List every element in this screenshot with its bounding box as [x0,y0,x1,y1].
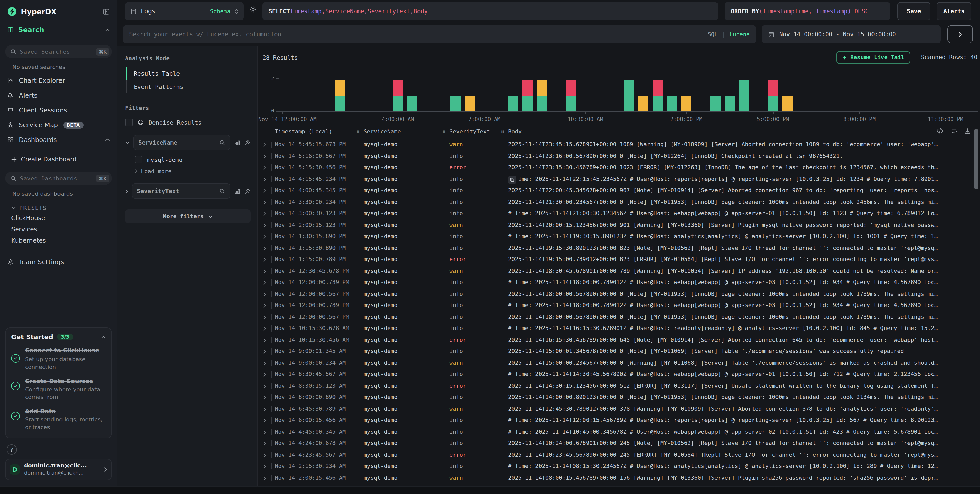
create-dashboard-button[interactable]: Create Dashboard [0,153,117,166]
date-range-picker[interactable]: Nov 14 00:00:00 - Nov 15 00:00:00 [762,25,941,43]
preset-item-clickhouse[interactable]: ClickHouse [0,212,117,224]
histogram-bar-6-00-am[interactable] [450,96,461,112]
select-columns-input[interactable]: SELECT Timestamp,ServiceName,SeverityTex… [262,2,718,21]
get-started-step[interactable]: Connect to ClickHouse Set up your databa… [11,347,106,371]
expand-row-icon[interactable] [263,449,266,454]
table-row[interactable]: Nov 14 1:30:15.890 PM mysql-demo info # … [258,231,975,242]
sidebar-item-search[interactable]: Search [0,21,117,39]
histogram-bar-12-00-pm[interactable] [624,80,634,112]
table-row[interactable]: Nov 14 8:00:00.890 AM mysql-demo info 20… [258,392,975,403]
table-row[interactable]: Nov 14 2:00:15.123 PM mysql-demo warn 20… [258,220,975,231]
text-wrap-icon[interactable] [950,128,958,134]
table-row[interactable]: Nov 14 4:24:00.678 AM mysql-demo info 20… [258,438,975,449]
query-settings-gear-icon[interactable] [249,6,257,13]
expand-row-icon[interactable] [263,415,266,419]
table-row[interactable]: Nov 14 6:00:15.456 AM mysql-demo info # … [258,415,975,426]
table-row[interactable]: Nov 14 10:15:30.456 AM mysql-demo error … [258,335,975,346]
expand-row-icon[interactable] [263,369,266,373]
sidebar-item-chart-explorer[interactable]: Chart Explorer [0,73,117,88]
table-row[interactable]: Nov 14 12:30:45.678 PM mysql-demo warn 2… [258,265,975,277]
table-row[interactable]: Nov 14 12:00:00.567 PM mysql-demo info 2… [258,311,975,323]
resume-live-tail-button[interactable]: Resume Live Tail [837,51,910,64]
expand-row-icon[interactable] [263,472,266,477]
expand-row-icon[interactable] [263,254,266,258]
table-row[interactable]: Nov 14 2:15:30.234 AM mysql-demo info # … [258,461,975,472]
column-header-body[interactable]: Body [508,128,522,135]
expand-row-icon[interactable] [263,392,266,397]
preset-item-services[interactable]: Services [0,224,117,235]
table-row[interactable]: Nov 14 3:30:00.234 PM mysql-demo info 20… [258,196,975,208]
table-row[interactable]: Nov 14 12:00:00.567 PM mysql-demo info 2… [258,288,975,300]
expand-row-icon[interactable] [263,162,266,167]
histogram-bar-8-00-am[interactable] [508,96,519,112]
get-started-step[interactable]: Add Data Start sending logs, metrics, or… [11,408,106,432]
bar-chart-icon[interactable] [234,188,240,194]
expand-row-icon[interactable] [263,403,266,408]
chevron-up-icon[interactable] [105,28,110,32]
servicename-search-box[interactable]: ServiceName [133,135,230,150]
expand-row-icon[interactable] [263,185,266,190]
sidebar-item-service-map[interactable]: Service Map BETA [0,118,117,132]
user-menu[interactable]: D dominic.tran@clic... dominic.tran@clic… [5,459,112,480]
expand-row-icon[interactable] [263,288,266,293]
histogram-bar-5-30-pm[interactable] [783,96,792,112]
get-started-header[interactable]: Get Started 3/3 [11,333,106,341]
chevron-up-icon[interactable] [101,336,106,339]
histogram-bar-9-00-am[interactable] [537,80,547,112]
sidebar-item-client-sessions[interactable]: Client Sessions [0,103,117,118]
expand-row-icon[interactable] [263,335,266,339]
table-row[interactable]: Nov 14 4:45:00.345 AM mysql-demo info # … [258,426,975,438]
expand-row-icon[interactable] [263,300,266,304]
sql-toggle[interactable]: SQL [708,31,718,38]
more-filters-button[interactable]: More filters [125,209,251,223]
pin-icon[interactable] [244,139,251,146]
lucene-toggle[interactable]: Lucene [730,31,750,38]
histogram-bar-4-00-pm[interactable] [739,80,749,112]
histogram-bar-8-30-am[interactable] [523,80,533,112]
denoise-checkbox[interactable] [125,118,133,126]
table-row[interactable]: Nov 14 8:30:15.123 AM mysql-demo error 2… [258,380,975,392]
table-row[interactable]: Nov 14 4:00:45.345 PM mysql-demo info 20… [258,185,975,196]
histogram-bar-12-30-pm[interactable] [638,96,648,112]
severitytext-search-box[interactable]: SeverityText [132,183,230,199]
table-row[interactable]: Nov 14 9:00:01.345 AM mysql-demo info 20… [258,346,975,357]
drag-handle-icon[interactable]: ⠿ [356,129,360,134]
load-more-button[interactable]: Load more [135,168,251,175]
pin-icon[interactable] [244,188,251,194]
histogram-bar-10-00-am[interactable] [566,80,576,112]
drag-handle-icon[interactable]: ⠿ [501,129,504,134]
download-icon[interactable] [964,128,971,134]
preset-item-kubernetes[interactable]: Kubernetes [0,235,117,246]
expand-row-icon[interactable] [263,346,266,351]
table-row[interactable]: Nov 14 1:15:00.789 PM mysql-demo error 2… [258,254,975,265]
analysis-mode-results-table[interactable]: Results Table [126,67,251,80]
run-query-button[interactable] [947,25,973,43]
copy-body-button[interactable] [508,175,516,184]
expand-row-icon[interactable] [263,426,266,431]
expand-row-icon[interactable] [263,174,266,178]
table-row[interactable]: Nov 14 12:00:00.789 PM mysql-demo info #… [258,300,975,311]
expand-row-icon[interactable] [263,150,266,155]
histogram-bar-2-00-pm[interactable] [681,96,692,112]
get-started-step[interactable]: Create Data Sources Configure where your… [11,377,106,401]
histogram-bar-4-00-am[interactable] [393,80,403,112]
chevron-down-icon[interactable] [125,141,130,144]
saved-dashboards-input[interactable]: Saved Dashboards ⌘K [5,172,112,185]
orderby-input[interactable]: ORDER BY (TimestampTime, Timestamp) DESC [725,2,890,21]
expand-row-icon[interactable] [263,139,266,143]
expand-row-icon[interactable] [263,438,266,442]
chevron-up-icon[interactable] [105,138,110,141]
save-button[interactable]: Save [897,2,931,21]
table-row[interactable]: Nov 14 5:15:30.456 PM mysql-demo error 2… [258,162,975,174]
expand-row-icon[interactable] [263,231,266,236]
expand-row-icon[interactable] [263,277,266,282]
histogram-bar-1-30-pm[interactable] [667,96,677,112]
expand-row-icon[interactable] [263,461,266,465]
table-row[interactable]: Nov 14 10:15:30.678 AM mysql-demo info #… [258,323,975,335]
table-row[interactable]: Nov 14 5:16:00.567 PM mysql-demo info 20… [258,150,975,162]
expand-row-icon[interactable] [263,208,266,212]
code-view-icon[interactable] [936,128,944,134]
column-header-timestamp[interactable]: Timestamp (Local) [275,128,332,135]
expand-row-icon[interactable] [263,357,266,362]
table-row[interactable]: Nov 14 4:15:45.234 PM mysql-demo info im… [258,174,975,185]
